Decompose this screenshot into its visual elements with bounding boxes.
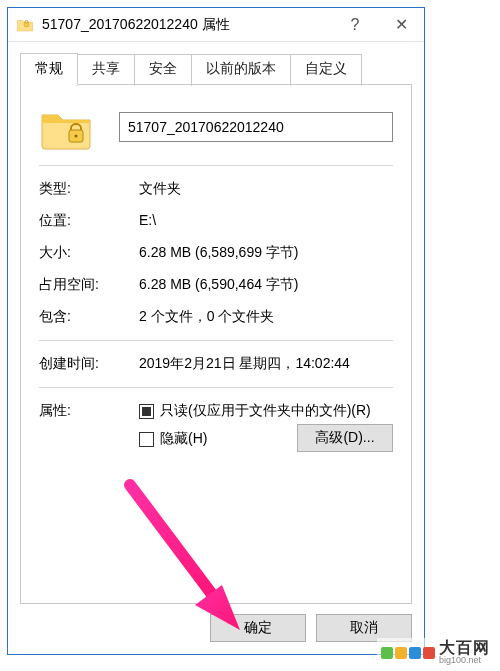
value-size: 6.28 MB (6,589,699 字节) [139, 244, 393, 262]
value-type: 文件夹 [139, 180, 393, 198]
label-type: 类型: [39, 180, 139, 198]
window-controls: ? ✕ [332, 8, 424, 41]
tab-content-general: 类型: 文件夹 位置: E:\ 大小: 6.28 MB (6,589,699 字… [20, 84, 412, 604]
folder-name-input[interactable] [119, 112, 393, 142]
row-size-on-disk: 占用空间: 6.28 MB (6,590,464 字节) [39, 276, 393, 294]
dialog-buttons: 确定 取消 [8, 604, 424, 654]
separator [39, 340, 393, 341]
tab-custom[interactable]: 自定义 [290, 54, 362, 86]
tab-share[interactable]: 共享 [77, 54, 135, 86]
label-attributes: 属性: [39, 402, 139, 452]
svg-rect-0 [24, 22, 29, 26]
separator [39, 165, 393, 166]
value-contains: 2 个文件，0 个文件夹 [139, 308, 393, 326]
name-row [39, 103, 393, 151]
readonly-label: 只读(仅应用于文件夹中的文件)(R) [160, 402, 371, 420]
value-created: 2019年2月21日 星期四，14:02:44 [139, 355, 393, 373]
tabstrip: 常规 共享 安全 以前的版本 自定义 [20, 52, 412, 84]
window-title: 51707_20170622012240 属性 [42, 16, 332, 34]
properties-dialog: 51707_20170622012240 属性 ? ✕ 常规 共享 安全 以前的… [7, 7, 425, 655]
watermark-text: 大百网 [439, 640, 490, 656]
dialog-body: 常规 共享 安全 以前的版本 自定义 [8, 42, 424, 604]
titlebar: 51707_20170622012240 属性 ? ✕ [8, 8, 424, 42]
tab-security[interactable]: 安全 [134, 54, 192, 86]
cancel-button[interactable]: 取消 [316, 614, 412, 642]
folder-large-icon [39, 103, 93, 151]
label-location: 位置: [39, 212, 139, 230]
row-created: 创建时间: 2019年2月21日 星期四，14:02:44 [39, 355, 393, 373]
row-size: 大小: 6.28 MB (6,589,699 字节) [39, 244, 393, 262]
close-button[interactable]: ✕ [378, 8, 424, 41]
tab-previous-versions[interactable]: 以前的版本 [191, 54, 291, 86]
separator [39, 387, 393, 388]
row-attributes: 属性: 只读(仅应用于文件夹中的文件)(R) 隐藏(H) 高级(D)... [39, 402, 393, 452]
row-location: 位置: E:\ [39, 212, 393, 230]
readonly-checkbox-row[interactable]: 只读(仅应用于文件夹中的文件)(R) [139, 402, 393, 420]
row-contains: 包含: 2 个文件，0 个文件夹 [39, 308, 393, 326]
row-type: 类型: 文件夹 [39, 180, 393, 198]
label-size-on-disk: 占用空间: [39, 276, 139, 294]
tab-general[interactable]: 常规 [20, 53, 78, 85]
svg-point-2 [75, 135, 78, 138]
help-button[interactable]: ? [332, 8, 378, 41]
label-size: 大小: [39, 244, 139, 262]
watermark-url: big100.net [439, 656, 490, 665]
advanced-button[interactable]: 高级(D)... [297, 424, 393, 452]
readonly-checkbox[interactable] [139, 404, 154, 419]
hidden-label: 隐藏(H) [160, 430, 207, 448]
hidden-checkbox[interactable] [139, 432, 154, 447]
label-contains: 包含: [39, 308, 139, 326]
value-size-on-disk: 6.28 MB (6,590,464 字节) [139, 276, 393, 294]
folder-icon [16, 16, 34, 34]
label-created: 创建时间: [39, 355, 139, 373]
ok-button[interactable]: 确定 [210, 614, 306, 642]
value-location: E:\ [139, 212, 393, 230]
